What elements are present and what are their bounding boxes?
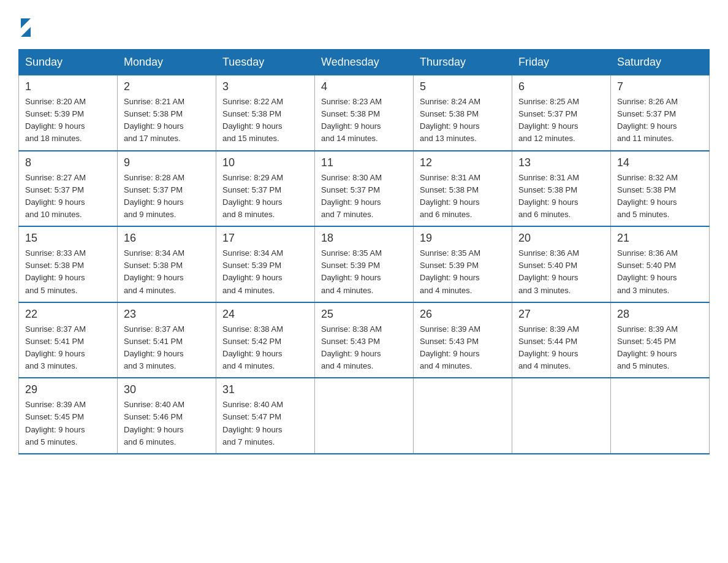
day-number: 29 [25, 383, 111, 396]
calendar-cell: 25 Sunrise: 8:38 AMSunset: 5:43 PMDaylig… [315, 302, 414, 378]
day-number: 23 [124, 308, 210, 321]
weekday-header-saturday: Saturday [611, 50, 710, 75]
day-number: 25 [321, 308, 407, 321]
weekday-header-sunday: Sunday [19, 50, 118, 75]
day-number: 24 [222, 308, 308, 321]
calendar-cell: 9 Sunrise: 8:28 AMSunset: 5:37 PMDayligh… [118, 151, 216, 227]
calendar-cell: 1 Sunrise: 8:20 AMSunset: 5:39 PMDayligh… [19, 75, 118, 151]
weekday-header-monday: Monday [118, 50, 216, 75]
day-info: Sunrise: 8:39 AMSunset: 5:43 PMDaylight:… [420, 324, 480, 370]
day-info: Sunrise: 8:38 AMSunset: 5:43 PMDaylight:… [321, 324, 382, 370]
day-info: Sunrise: 8:37 AMSunset: 5:41 PMDaylight:… [25, 324, 86, 370]
calendar-cell [414, 378, 512, 454]
calendar-cell [512, 378, 611, 454]
day-number: 21 [617, 232, 703, 245]
day-number: 27 [518, 308, 604, 321]
calendar-cell: 19 Sunrise: 8:35 AMSunset: 5:39 PMDaylig… [414, 226, 512, 302]
day-info: Sunrise: 8:23 AMSunset: 5:38 PMDaylight:… [321, 97, 382, 143]
day-number: 14 [617, 156, 703, 169]
day-number: 31 [222, 383, 308, 396]
calendar-cell: 17 Sunrise: 8:34 AMSunset: 5:39 PMDaylig… [216, 226, 315, 302]
weekday-header-friday: Friday [512, 50, 611, 75]
day-info: Sunrise: 8:36 AMSunset: 5:40 PMDaylight:… [518, 248, 579, 294]
day-info: Sunrise: 8:38 AMSunset: 5:42 PMDaylight:… [222, 324, 283, 370]
calendar-cell [315, 378, 414, 454]
weekday-header-row: SundayMondayTuesdayWednesdayThursdayFrid… [19, 50, 710, 75]
day-info: Sunrise: 8:39 AMSunset: 5:45 PMDaylight:… [617, 324, 678, 370]
day-number: 8 [25, 156, 111, 169]
calendar-cell: 28 Sunrise: 8:39 AMSunset: 5:45 PMDaylig… [611, 302, 710, 378]
calendar-cell: 27 Sunrise: 8:39 AMSunset: 5:44 PMDaylig… [512, 302, 611, 378]
calendar-cell: 24 Sunrise: 8:38 AMSunset: 5:42 PMDaylig… [216, 302, 315, 378]
day-info: Sunrise: 8:27 AMSunset: 5:37 PMDaylight:… [25, 173, 86, 219]
calendar-cell: 30 Sunrise: 8:40 AMSunset: 5:46 PMDaylig… [118, 378, 216, 454]
day-info: Sunrise: 8:31 AMSunset: 5:38 PMDaylight:… [518, 173, 579, 219]
day-number: 22 [25, 308, 111, 321]
logo [18, 12, 31, 37]
day-info: Sunrise: 8:21 AMSunset: 5:38 PMDaylight:… [124, 97, 184, 143]
calendar-cell: 21 Sunrise: 8:36 AMSunset: 5:40 PMDaylig… [611, 226, 710, 302]
calendar-cell: 5 Sunrise: 8:24 AMSunset: 5:38 PMDayligh… [414, 75, 512, 151]
day-number: 9 [124, 156, 210, 169]
calendar-cell: 22 Sunrise: 8:37 AMSunset: 5:41 PMDaylig… [19, 302, 118, 378]
day-info: Sunrise: 8:34 AMSunset: 5:38 PMDaylight:… [124, 248, 184, 294]
day-info: Sunrise: 8:33 AMSunset: 5:38 PMDaylight:… [25, 248, 86, 294]
day-info: Sunrise: 8:24 AMSunset: 5:38 PMDaylight:… [420, 97, 480, 143]
day-info: Sunrise: 8:40 AMSunset: 5:46 PMDaylight:… [124, 400, 184, 446]
calendar-week-row: 1 Sunrise: 8:20 AMSunset: 5:39 PMDayligh… [19, 75, 710, 151]
day-number: 4 [321, 80, 407, 93]
day-info: Sunrise: 8:30 AMSunset: 5:37 PMDaylight:… [321, 173, 382, 219]
day-info: Sunrise: 8:22 AMSunset: 5:38 PMDaylight:… [222, 97, 283, 143]
day-info: Sunrise: 8:35 AMSunset: 5:39 PMDaylight:… [321, 248, 382, 294]
day-number: 17 [222, 232, 308, 245]
calendar-cell: 8 Sunrise: 8:27 AMSunset: 5:37 PMDayligh… [19, 151, 118, 227]
day-number: 20 [518, 232, 604, 245]
calendar-cell: 26 Sunrise: 8:39 AMSunset: 5:43 PMDaylig… [414, 302, 512, 378]
day-info: Sunrise: 8:40 AMSunset: 5:47 PMDaylight:… [222, 400, 283, 446]
day-info: Sunrise: 8:26 AMSunset: 5:37 PMDaylight:… [617, 97, 678, 143]
day-info: Sunrise: 8:37 AMSunset: 5:41 PMDaylight:… [124, 324, 184, 370]
day-number: 12 [420, 156, 506, 169]
calendar-table: SundayMondayTuesdayWednesdayThursdayFrid… [18, 49, 710, 454]
calendar-cell: 31 Sunrise: 8:40 AMSunset: 5:47 PMDaylig… [216, 378, 315, 454]
day-number: 2 [124, 80, 210, 93]
calendar-cell: 10 Sunrise: 8:29 AMSunset: 5:37 PMDaylig… [216, 151, 315, 227]
day-number: 1 [25, 80, 111, 93]
calendar-cell: 7 Sunrise: 8:26 AMSunset: 5:37 PMDayligh… [611, 75, 710, 151]
day-info: Sunrise: 8:25 AMSunset: 5:37 PMDaylight:… [518, 97, 579, 143]
calendar-cell: 12 Sunrise: 8:31 AMSunset: 5:38 PMDaylig… [414, 151, 512, 227]
calendar-cell: 13 Sunrise: 8:31 AMSunset: 5:38 PMDaylig… [512, 151, 611, 227]
day-number: 7 [617, 80, 703, 93]
calendar-cell: 20 Sunrise: 8:36 AMSunset: 5:40 PMDaylig… [512, 226, 611, 302]
header [18, 12, 710, 37]
day-info: Sunrise: 8:20 AMSunset: 5:39 PMDaylight:… [25, 97, 86, 143]
day-number: 11 [321, 156, 407, 169]
weekday-header-thursday: Thursday [414, 50, 512, 75]
calendar-cell [611, 378, 710, 454]
calendar-cell: 11 Sunrise: 8:30 AMSunset: 5:37 PMDaylig… [315, 151, 414, 227]
calendar-cell: 15 Sunrise: 8:33 AMSunset: 5:38 PMDaylig… [19, 226, 118, 302]
calendar-week-row: 22 Sunrise: 8:37 AMSunset: 5:41 PMDaylig… [19, 302, 710, 378]
day-info: Sunrise: 8:28 AMSunset: 5:37 PMDaylight:… [124, 173, 184, 219]
calendar-cell: 23 Sunrise: 8:37 AMSunset: 5:41 PMDaylig… [118, 302, 216, 378]
calendar-cell: 3 Sunrise: 8:22 AMSunset: 5:38 PMDayligh… [216, 75, 315, 151]
day-number: 10 [222, 156, 308, 169]
day-number: 6 [518, 80, 604, 93]
calendar-cell: 16 Sunrise: 8:34 AMSunset: 5:38 PMDaylig… [118, 226, 216, 302]
day-number: 28 [617, 308, 703, 321]
day-info: Sunrise: 8:36 AMSunset: 5:40 PMDaylight:… [617, 248, 678, 294]
day-info: Sunrise: 8:39 AMSunset: 5:44 PMDaylight:… [518, 324, 579, 370]
calendar-cell: 18 Sunrise: 8:35 AMSunset: 5:39 PMDaylig… [315, 226, 414, 302]
calendar-cell: 4 Sunrise: 8:23 AMSunset: 5:38 PMDayligh… [315, 75, 414, 151]
day-info: Sunrise: 8:31 AMSunset: 5:38 PMDaylight:… [420, 173, 480, 219]
weekday-header-wednesday: Wednesday [315, 50, 414, 75]
calendar-cell: 6 Sunrise: 8:25 AMSunset: 5:37 PMDayligh… [512, 75, 611, 151]
logo-icon [18, 18, 31, 37]
day-info: Sunrise: 8:35 AMSunset: 5:39 PMDaylight:… [420, 248, 480, 294]
calendar-cell: 29 Sunrise: 8:39 AMSunset: 5:45 PMDaylig… [19, 378, 118, 454]
calendar-week-row: 8 Sunrise: 8:27 AMSunset: 5:37 PMDayligh… [19, 151, 710, 227]
day-number: 3 [222, 80, 308, 93]
weekday-header-tuesday: Tuesday [216, 50, 315, 75]
day-number: 16 [124, 232, 210, 245]
calendar-cell: 2 Sunrise: 8:21 AMSunset: 5:38 PMDayligh… [118, 75, 216, 151]
